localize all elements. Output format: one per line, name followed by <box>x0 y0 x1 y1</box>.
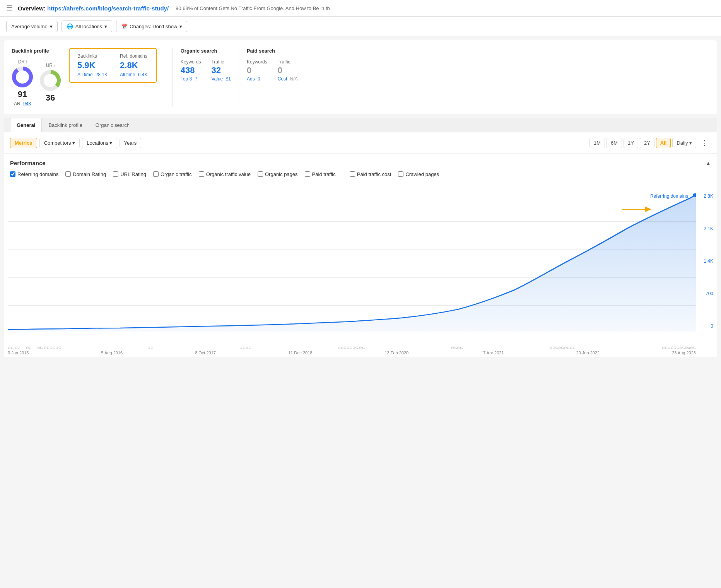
backlinks-stat: Backlinks 5.9K All time 28.1K <box>77 53 108 77</box>
dr-info-icon: i <box>26 60 27 64</box>
header: ☰ Overview: https://ahrefs.com/blog/sear… <box>0 0 721 17</box>
ar-value[interactable]: 948 <box>23 101 31 106</box>
time-btn-1y[interactable]: 1Y <box>624 138 638 148</box>
x-axis-date: 11 Dec 2018 <box>288 350 312 355</box>
more-options-button[interactable]: ⋮ <box>698 137 711 149</box>
organic-keywords: Keywords 438 Top 3 7 <box>181 59 202 82</box>
divider-2 <box>239 48 239 106</box>
y-axis-label: 700 <box>704 291 713 296</box>
x-axis-date: 13 Feb 2020 <box>384 350 408 355</box>
all-locations-dropdown[interactable]: 🌐 All locations ▾ <box>62 21 112 32</box>
g-marker: ⊙G⊙G <box>451 346 463 350</box>
paid-cost: Cost N/A <box>278 76 298 82</box>
avg-volume-dropdown[interactable]: Average volume ▾ <box>6 21 58 32</box>
checkbox-label-8: Crawled pages <box>405 171 439 177</box>
chart-controls: MetricsCompetitors ▾Locations ▾Years 1M6… <box>4 132 717 154</box>
paid-ads-value: 0 <box>258 76 260 82</box>
checkbox-referring-domains[interactable]: Referring domains <box>10 171 58 177</box>
header-url[interactable]: https://ahrefs.com/blog/search-traffic-s… <box>47 5 169 12</box>
tabs-bar: GeneralBacklink profileOrganic search <box>4 118 717 132</box>
checkbox-url-rating[interactable]: URL Rating <box>113 171 146 177</box>
backlink-profile-title: Backlink profile <box>12 48 61 54</box>
checkbox-input-7[interactable] <box>350 171 355 177</box>
checkbox-domain-rating[interactable]: Domain Rating <box>65 171 106 177</box>
dr-value: 91 <box>18 89 27 99</box>
x-axis-date: 17 Apr 2021 <box>481 350 504 355</box>
checkbox-label-2: URL Rating <box>120 171 146 177</box>
organic-section: Organic search Keywords 438 Top 3 7 Traf… <box>181 48 231 82</box>
organic-value: Value $1 <box>211 76 231 82</box>
dr-label: DR i <box>18 59 27 65</box>
performance-title: Performance <box>10 160 46 166</box>
top3-value: 7 <box>195 76 197 82</box>
page-title: Overview: https://ahrefs.com/blog/search… <box>18 5 169 12</box>
y-axis-label: 2.8K <box>704 193 713 199</box>
changes-dropdown[interactable]: 📅 Changes: Don't show ▾ <box>116 21 187 32</box>
g-markers-row: ⊙G ⊙G — ⊙G — ⊙G ⊙G⊙G⊙G ⊙G ⊙G⊙G ⊙⊙G⊙G⊙G ⊙… <box>8 344 696 350</box>
checkbox-input-8[interactable] <box>398 171 403 177</box>
tab-organic-search[interactable]: Organic search <box>89 118 136 132</box>
time-btn-6m[interactable]: 6M <box>607 138 622 148</box>
checkbox-input-4[interactable] <box>199 171 204 177</box>
time-btn-2y[interactable]: 2Y <box>640 138 654 148</box>
ctrl-locations-button[interactable]: Locations ▾ <box>82 138 117 148</box>
dr-donut-chart <box>12 66 33 88</box>
performance-section: Performance ▲ Referring domainsDomain Ra… <box>4 154 717 186</box>
ur-label: UR i <box>46 63 55 68</box>
time-btn-daily[interactable]: Daily ▾ <box>672 138 696 148</box>
paid-section: Paid search Keywords 0 Ads 0 Traffic 0 <box>247 48 298 82</box>
organic-traffic-value: 32 <box>211 65 231 75</box>
checkbox-input-5[interactable] <box>258 171 263 177</box>
y-axis-label: 2.1K <box>704 226 713 231</box>
checkbox-organic-pages[interactable]: Organic pages <box>258 171 298 177</box>
ctrl-competitors-button[interactable]: Competitors ▾ <box>39 138 80 148</box>
backlinks-value: 5.9K <box>77 60 108 70</box>
divider-1 <box>173 48 173 106</box>
globe-icon: 🌐 <box>67 23 73 29</box>
checkbox-label-4: Organic traffic value <box>206 171 251 177</box>
paid-cost-value: N/A <box>290 76 298 82</box>
x-axis-date: 20 Jun 2022 <box>576 350 600 355</box>
time-btn-1m[interactable]: 1M <box>589 138 605 148</box>
checkbox-input-3[interactable] <box>153 171 159 177</box>
checkbox-paid-traffic-cost[interactable]: Paid traffic cost <box>350 171 391 177</box>
ref-alltime-value: 6.4K <box>138 72 148 77</box>
g-marker: ⊙⊙G⊙G⊙G ⊙G <box>338 346 365 350</box>
backlinks-alltime-value: 28.1K <box>96 72 108 77</box>
checkbox-crawled-pages[interactable]: Crawled pages <box>398 171 439 177</box>
main-chart-svg <box>8 193 696 333</box>
backlinks-alltime: All time 28.1K <box>77 72 108 77</box>
checkbox-input-2[interactable] <box>113 171 118 177</box>
hamburger-icon[interactable]: ☰ <box>6 4 12 12</box>
chart-series-label: Referring domains <box>650 193 688 199</box>
checkbox-input-0[interactable] <box>10 171 15 177</box>
ref-domains-stat: Ref. domains 2.8K All time 6.4K <box>120 53 149 77</box>
avg-volume-label: Average volume <box>11 24 48 29</box>
time-btn-all[interactable]: All <box>656 138 671 148</box>
checkbox-label-5: Organic pages <box>265 171 298 177</box>
arrow-svg <box>622 203 657 215</box>
organic-traffic-label: Traffic <box>211 59 231 65</box>
checkbox-organic-traffic[interactable]: Organic traffic <box>153 171 192 177</box>
ctrl-years-button[interactable]: Years <box>120 138 142 148</box>
checkbox-organic-traffic-value[interactable]: Organic traffic value <box>199 171 251 177</box>
organic-value-amount: $1 <box>226 76 231 82</box>
backlinks-highlight-box: Backlinks 5.9K All time 28.1K Ref. domai… <box>69 48 157 83</box>
x-axis-date: 8 Oct 2017 <box>195 350 216 355</box>
ref-alltime: All time 6.4K <box>120 72 149 77</box>
tab-backlink-profile[interactable]: Backlink profile <box>42 118 89 132</box>
ctrl-metrics-button[interactable]: Metrics <box>10 138 37 148</box>
ur-value: 36 <box>46 93 55 103</box>
checkbox-label-3: Organic traffic <box>161 171 192 177</box>
organic-top3: Top 3 7 <box>181 76 202 82</box>
backlink-profile: Backlink profile DR i 91 AR 948 <box>12 48 61 106</box>
changes-label: Changes: Don't show <box>130 24 177 29</box>
paid-keywords-value: 0 <box>247 65 268 75</box>
checkbox-input-6[interactable] <box>305 171 310 177</box>
collapse-icon[interactable]: ▲ <box>706 160 711 166</box>
checkbox-paid-traffic[interactable]: Paid traffic <box>305 171 336 177</box>
g-marker: ⊙G⊙G <box>239 346 251 350</box>
tab-general[interactable]: General <box>10 118 42 132</box>
checkbox-input-1[interactable] <box>65 171 71 177</box>
chart-area-fill <box>8 195 696 332</box>
